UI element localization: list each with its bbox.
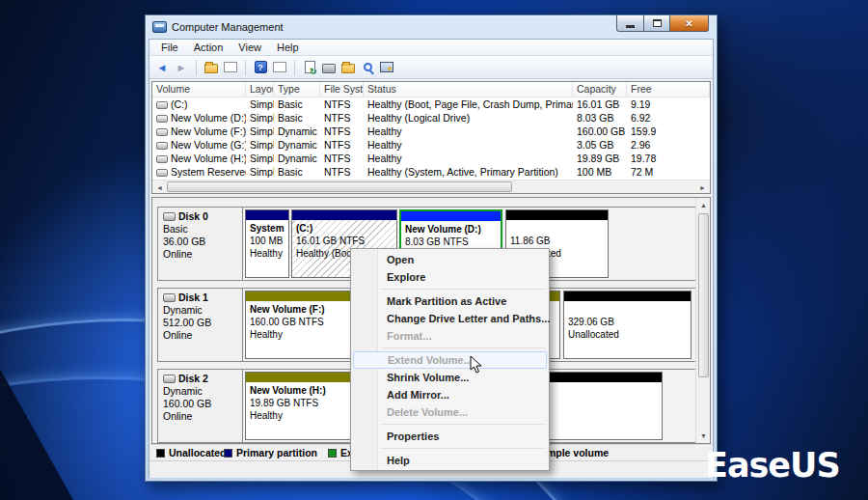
disk-type: Dynamic <box>163 385 237 398</box>
volume-row-c[interactable]: (C:) Simple Basic NTFS Healthy (Boot, Pa… <box>152 97 710 111</box>
free-cell: 6.92 <box>627 112 710 124</box>
volume-cell: System Reserved (E:) <box>152 166 246 178</box>
capacity-cell: 160.00 GB <box>573 125 627 137</box>
type-cell: Dynamic <box>274 125 320 137</box>
find-icon[interactable] <box>360 60 375 75</box>
desktop: Computer Management ✕ File Action View H… <box>0 0 868 500</box>
volume-row-g[interactable]: New Volume (G:) Simple Dynamic NTFS Heal… <box>152 138 710 152</box>
volume-row-f[interactable]: New Volume (F:) Simple Dynamic NTFS Heal… <box>152 125 710 138</box>
window-controls: ✕ <box>616 15 709 32</box>
horizontal-scrollbar-thumb[interactable] <box>167 181 512 192</box>
show-action-pane-icon[interactable] <box>223 60 238 75</box>
disk-2-label[interactable]: Disk 2 Dynamic 160.00 GB Online <box>158 370 243 442</box>
volume-name: New Volume (F:) <box>171 125 246 137</box>
layout-cell: Simple <box>246 153 274 164</box>
scroll-left-icon[interactable]: ◄ <box>153 181 166 193</box>
partition-system-reserved[interactable]: System R100 MB NHealthy (: <box>245 209 289 278</box>
drive-icon <box>156 115 168 123</box>
forward-icon[interactable]: ► <box>174 60 189 75</box>
layout-cell: Simple <box>246 139 274 151</box>
disk-1-label[interactable]: Disk 1 Dynamic 512.00 GB Online <box>158 289 243 361</box>
partition-title: New Volume (D:) <box>405 223 497 236</box>
menu-item-help[interactable]: Help <box>351 452 549 469</box>
vertical-scrollbar-thumb[interactable] <box>698 213 709 377</box>
minimize-button[interactable] <box>616 15 644 32</box>
open-folder-icon[interactable] <box>340 60 356 75</box>
menu-item-change-drive-letter[interactable]: Change Drive Letter and Paths... <box>351 310 549 327</box>
menu-help[interactable]: Help <box>269 42 307 53</box>
disk-size: 512.00 GB <box>163 317 237 329</box>
settings-icon[interactable] <box>379 60 394 75</box>
menu-item-shrink-volume[interactable]: Shrink Volume... <box>351 369 549 386</box>
column-header-volume[interactable]: Volume <box>152 82 246 97</box>
menu-item-explore[interactable]: Explore <box>351 268 549 286</box>
column-header-filesystem[interactable]: File System <box>320 82 364 97</box>
legend-swatch <box>328 449 337 458</box>
minimize-icon <box>626 25 635 28</box>
partition-status: Unallocated <box>568 328 687 341</box>
filesystem-cell: NTFS <box>320 153 364 164</box>
capacity-cell: 8.03 GB <box>573 112 627 124</box>
partition-size: 100 MB N <box>250 235 285 247</box>
maximize-button[interactable] <box>644 15 670 32</box>
type-cell: Basic <box>274 98 320 110</box>
drive-icon <box>156 155 168 163</box>
menu-item-mark-partition-active[interactable]: Mark Partition as Active <box>351 292 549 310</box>
show-console-tree-icon[interactable] <box>203 60 219 75</box>
column-header-capacity[interactable]: Capacity <box>573 82 627 97</box>
layout-cell: Simple <box>246 125 274 137</box>
filesystem-cell: NTFS <box>320 98 364 110</box>
column-header-type[interactable]: Type <box>274 82 320 97</box>
menu-file[interactable]: File <box>153 42 186 53</box>
disk-status: Online <box>163 248 237 261</box>
close-button[interactable]: ✕ <box>670 15 709 32</box>
help-icon[interactable]: ? <box>253 60 268 75</box>
horizontal-scrollbar[interactable]: ◄ ► <box>152 180 710 193</box>
capacity-cell: 100 MB <box>573 166 627 178</box>
scroll-right-icon[interactable]: ► <box>696 181 709 193</box>
menu-separator <box>381 424 546 425</box>
back-icon[interactable]: ◄ <box>154 60 170 75</box>
menu-item-add-mirror[interactable]: Add Mirror... <box>351 386 549 403</box>
type-cell: Basic <box>274 166 320 178</box>
menu-view[interactable]: View <box>231 42 269 53</box>
menu-item-extend-volume[interactable]: Extend Volume... <box>353 351 547 369</box>
status-cell: Healthy (Boot, Page File, Crash Dump, Pr… <box>364 98 573 110</box>
legend-swatch <box>224 449 232 458</box>
capacity-cell: 19.89 GB <box>573 153 627 164</box>
column-header-free[interactable]: Free <box>627 82 710 97</box>
vertical-scrollbar[interactable]: ▲ ▼ <box>695 198 710 443</box>
export-list-icon[interactable] <box>302 60 317 75</box>
partition-size: 16.01 GB NTFS <box>296 235 393 247</box>
scroll-up-icon[interactable]: ▲ <box>697 199 710 211</box>
legend-label: Primary partition <box>236 447 317 458</box>
drive-icon <box>156 169 168 177</box>
disk-0-label[interactable]: Disk 0 Basic 36.00 GB Online <box>158 208 243 280</box>
free-cell: 159.9 <box>627 125 710 137</box>
disk-icon <box>163 212 176 221</box>
volume-row-h[interactable]: New Volume (H:) Simple Dynamic NTFS Heal… <box>152 152 710 165</box>
free-cell: 19.78 <box>627 153 710 164</box>
maximize-icon <box>653 19 662 27</box>
menu-item-open[interactable]: Open <box>351 251 549 268</box>
volume-row-system-reserved[interactable]: System Reserved (E:) Simple Basic NTFS H… <box>152 165 710 179</box>
legend-label: Unallocated <box>169 447 227 458</box>
volume-name: (C:) <box>171 98 188 110</box>
disk-size: 36.00 GB <box>163 236 237 248</box>
column-header-status[interactable]: Status <box>364 82 573 97</box>
filesystem-cell: NTFS <box>320 112 364 124</box>
partition-unallocated-disk1[interactable]: 329.06 GBUnallocated <box>563 291 692 359</box>
app-icon <box>152 21 167 33</box>
legend-swatch <box>156 449 165 458</box>
column-header-layout[interactable]: Layout <box>246 82 274 97</box>
show-window-icon[interactable] <box>272 60 287 75</box>
volume-row-d[interactable]: New Volume (D:) Simple Basic NTFS Health… <box>152 111 710 125</box>
scroll-down-icon[interactable]: ▼ <box>697 430 710 442</box>
disk-icon <box>163 293 176 302</box>
partition-size: 11.86 GB <box>510 235 604 247</box>
menu-action[interactable]: Action <box>186 42 231 53</box>
volume-list-header: Volume Layout Type File System Status Ca… <box>152 82 710 97</box>
device-icon[interactable] <box>321 60 337 75</box>
menu-item-properties[interactable]: Properties <box>351 428 549 445</box>
volume-cell: New Volume (F:) <box>152 125 246 137</box>
